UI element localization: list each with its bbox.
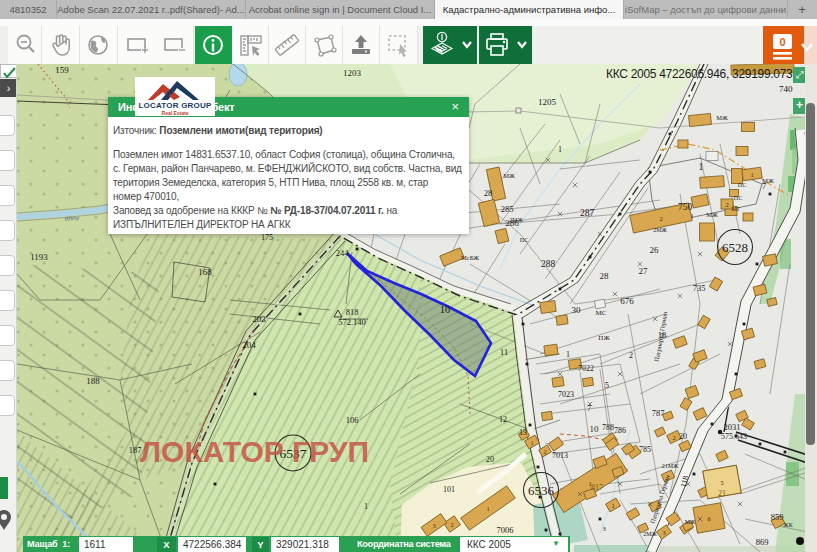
svg-text:28: 28	[484, 188, 493, 198]
svg-text:13: 13	[519, 428, 527, 437]
svg-text:786: 786	[614, 426, 626, 435]
svg-text:МсБЖ: МсБЖ	[461, 254, 479, 261]
svg-text:1: 1	[364, 502, 368, 511]
svg-text:3: 3	[432, 522, 435, 529]
svg-text:МЖ: МЖ	[685, 519, 696, 525]
svg-text:0: 0	[779, 36, 785, 48]
svg-text:1: 1	[690, 212, 694, 220]
svg-text:6528: 6528	[722, 240, 748, 255]
svg-text:21МЖ: 21МЖ	[662, 463, 679, 469]
svg-text:ПЖ: ПЖ	[598, 334, 610, 342]
svg-text:ПС: ПС	[520, 237, 528, 243]
svg-text:5: 5	[720, 479, 723, 486]
svg-text:26: 26	[650, 245, 660, 255]
svg-text:869: 869	[756, 537, 769, 547]
svg-text:785: 785	[639, 445, 651, 454]
svg-text:7023: 7023	[558, 390, 574, 399]
svg-text:МГ: МГ	[732, 206, 741, 212]
svg-text:244: 244	[336, 248, 350, 258]
svg-text:МЖ: МЖ	[503, 172, 515, 179]
svg-text:21: 21	[718, 489, 726, 498]
svg-text:3: 3	[662, 529, 665, 536]
svg-text:735: 735	[693, 283, 706, 293]
svg-text:11: 11	[500, 347, 509, 357]
svg-text:ЖК: ЖК	[783, 522, 793, 528]
svg-text:2МЖ: 2МЖ	[653, 227, 667, 233]
svg-text:МЖ: МЖ	[706, 211, 718, 218]
svg-text:2: 2	[672, 434, 675, 441]
svg-text:7: 7	[587, 403, 591, 413]
svg-text:788: 788	[602, 423, 614, 432]
svg-text:817: 817	[591, 483, 603, 492]
svg-text:1: 1	[530, 439, 533, 446]
svg-text:3: 3	[602, 525, 605, 532]
svg-text:10: 10	[590, 424, 600, 434]
svg-text:12: 12	[499, 415, 507, 424]
svg-text:287: 287	[580, 208, 595, 218]
svg-text:2МЖ: 2МЖ	[509, 217, 523, 223]
svg-text:1: 1	[750, 171, 753, 178]
svg-text:5: 5	[605, 381, 609, 390]
svg-text:1: 1	[611, 502, 614, 509]
svg-text:288: 288	[541, 259, 556, 269]
svg-text:2: 2	[725, 201, 728, 208]
svg-text:1: 1	[558, 145, 562, 154]
svg-text:750: 750	[678, 202, 693, 212]
svg-text:204: 204	[242, 340, 256, 350]
svg-text:МЖ: МЖ	[716, 114, 728, 121]
svg-text:7013: 7013	[552, 451, 568, 460]
svg-text:2: 2	[629, 351, 633, 360]
svg-text:285: 285	[501, 204, 514, 214]
svg-text:30: 30	[572, 305, 582, 315]
svg-text:2: 2	[659, 215, 662, 222]
svg-text:10: 10	[440, 304, 451, 315]
svg-text:28: 28	[600, 271, 610, 281]
svg-text:Real Estate: Real Estate	[162, 110, 189, 116]
svg-text:МС: МС	[596, 309, 607, 317]
svg-text:1205: 1205	[538, 97, 557, 107]
svg-text:МЖ: МЖ	[762, 177, 774, 184]
svg-text:1203: 1203	[343, 68, 362, 78]
svg-text:188: 188	[86, 376, 100, 386]
svg-text:20: 20	[679, 432, 687, 441]
svg-text:159: 159	[55, 65, 69, 75]
svg-text:1193: 1193	[30, 252, 48, 262]
svg-text:787: 787	[652, 408, 665, 418]
svg-text:101: 101	[443, 485, 455, 494]
svg-text:7006: 7006	[497, 525, 514, 535]
svg-text:ПС: ПС	[734, 195, 742, 201]
svg-text:175: 175	[261, 233, 273, 242]
svg-text:6536: 6536	[528, 483, 555, 498]
svg-text:2: 2	[543, 448, 546, 455]
svg-text:1: 1	[566, 350, 570, 359]
svg-text:676: 676	[620, 296, 634, 306]
svg-text:203: 203	[252, 314, 266, 324]
svg-text:2МЖ: 2МЖ	[643, 531, 657, 537]
svg-text:575.643: 575.643	[721, 432, 747, 441]
svg-text:168: 168	[198, 267, 212, 277]
svg-text:27: 27	[639, 266, 649, 276]
svg-text:106: 106	[346, 415, 359, 425]
svg-text:7022: 7022	[578, 364, 594, 373]
svg-text:572.140: 572.140	[338, 317, 366, 327]
svg-text:20: 20	[486, 454, 495, 464]
svg-text:859: 859	[771, 512, 784, 522]
svg-text:818: 818	[346, 307, 359, 317]
svg-text:1: 1	[486, 505, 489, 512]
svg-text:ПС: ПС	[738, 182, 746, 188]
svg-text:2: 2	[450, 521, 453, 528]
svg-text:1: 1	[699, 161, 704, 172]
svg-text:2031: 2031	[724, 422, 741, 432]
